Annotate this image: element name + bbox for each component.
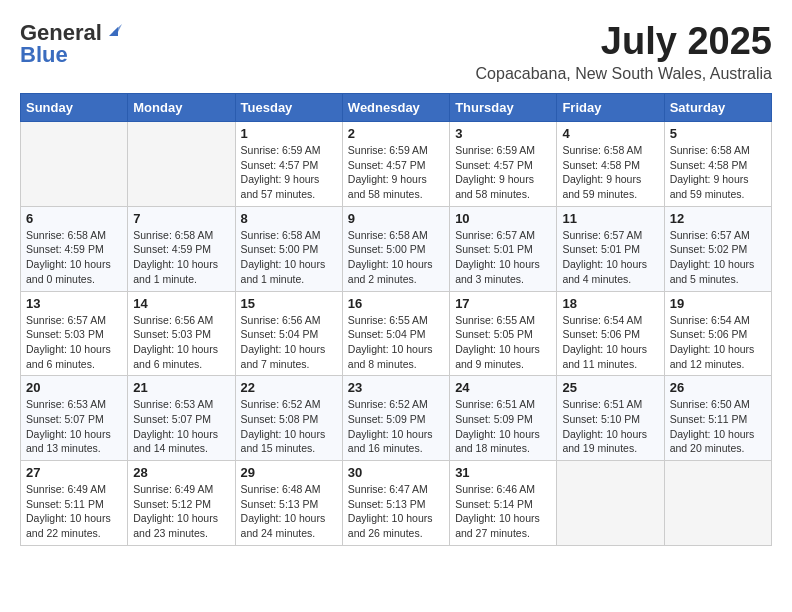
calendar-cell (128, 122, 235, 207)
day-number: 11 (562, 211, 658, 226)
day-info: Sunrise: 6:53 AM Sunset: 5:07 PM Dayligh… (26, 397, 122, 456)
day-info: Sunrise: 6:48 AM Sunset: 5:13 PM Dayligh… (241, 482, 337, 541)
calendar-cell: 12Sunrise: 6:57 AM Sunset: 5:02 PM Dayli… (664, 206, 771, 291)
day-number: 4 (562, 126, 658, 141)
day-info: Sunrise: 6:55 AM Sunset: 5:04 PM Dayligh… (348, 313, 444, 372)
day-number: 14 (133, 296, 229, 311)
calendar-cell: 3Sunrise: 6:59 AM Sunset: 4:57 PM Daylig… (450, 122, 557, 207)
day-number: 8 (241, 211, 337, 226)
day-info: Sunrise: 6:54 AM Sunset: 5:06 PM Dayligh… (670, 313, 766, 372)
calendar-cell: 1Sunrise: 6:59 AM Sunset: 4:57 PM Daylig… (235, 122, 342, 207)
day-number: 31 (455, 465, 551, 480)
day-number: 3 (455, 126, 551, 141)
day-number: 27 (26, 465, 122, 480)
day-number: 1 (241, 126, 337, 141)
day-info: Sunrise: 6:54 AM Sunset: 5:06 PM Dayligh… (562, 313, 658, 372)
calendar-cell: 2Sunrise: 6:59 AM Sunset: 4:57 PM Daylig… (342, 122, 449, 207)
day-info: Sunrise: 6:52 AM Sunset: 5:09 PM Dayligh… (348, 397, 444, 456)
day-info: Sunrise: 6:49 AM Sunset: 5:11 PM Dayligh… (26, 482, 122, 541)
day-info: Sunrise: 6:56 AM Sunset: 5:03 PM Dayligh… (133, 313, 229, 372)
day-number: 7 (133, 211, 229, 226)
calendar-day-header: Sunday (21, 94, 128, 122)
day-info: Sunrise: 6:51 AM Sunset: 5:10 PM Dayligh… (562, 397, 658, 456)
day-info: Sunrise: 6:46 AM Sunset: 5:14 PM Dayligh… (455, 482, 551, 541)
calendar-cell: 23Sunrise: 6:52 AM Sunset: 5:09 PM Dayli… (342, 376, 449, 461)
calendar-cell: 13Sunrise: 6:57 AM Sunset: 5:03 PM Dayli… (21, 291, 128, 376)
calendar-cell: 22Sunrise: 6:52 AM Sunset: 5:08 PM Dayli… (235, 376, 342, 461)
day-number: 20 (26, 380, 122, 395)
day-info: Sunrise: 6:53 AM Sunset: 5:07 PM Dayligh… (133, 397, 229, 456)
day-number: 30 (348, 465, 444, 480)
calendar-cell: 14Sunrise: 6:56 AM Sunset: 5:03 PM Dayli… (128, 291, 235, 376)
day-number: 16 (348, 296, 444, 311)
calendar-cell: 18Sunrise: 6:54 AM Sunset: 5:06 PM Dayli… (557, 291, 664, 376)
calendar-day-header: Tuesday (235, 94, 342, 122)
calendar-cell: 26Sunrise: 6:50 AM Sunset: 5:11 PM Dayli… (664, 376, 771, 461)
day-number: 5 (670, 126, 766, 141)
calendar-cell: 25Sunrise: 6:51 AM Sunset: 5:10 PM Dayli… (557, 376, 664, 461)
day-info: Sunrise: 6:59 AM Sunset: 4:57 PM Dayligh… (348, 143, 444, 202)
calendar-cell: 6Sunrise: 6:58 AM Sunset: 4:59 PM Daylig… (21, 206, 128, 291)
calendar-day-header: Friday (557, 94, 664, 122)
calendar-cell: 28Sunrise: 6:49 AM Sunset: 5:12 PM Dayli… (128, 461, 235, 546)
day-info: Sunrise: 6:57 AM Sunset: 5:03 PM Dayligh… (26, 313, 122, 372)
page-header: General Blue July 2025 Copacabana, New S… (20, 20, 772, 83)
day-number: 26 (670, 380, 766, 395)
calendar-cell: 19Sunrise: 6:54 AM Sunset: 5:06 PM Dayli… (664, 291, 771, 376)
day-number: 15 (241, 296, 337, 311)
calendar-cell: 9Sunrise: 6:58 AM Sunset: 5:00 PM Daylig… (342, 206, 449, 291)
day-number: 12 (670, 211, 766, 226)
calendar-cell: 7Sunrise: 6:58 AM Sunset: 4:59 PM Daylig… (128, 206, 235, 291)
calendar-cell: 10Sunrise: 6:57 AM Sunset: 5:01 PM Dayli… (450, 206, 557, 291)
location-subtitle: Copacabana, New South Wales, Australia (476, 65, 772, 83)
title-section: July 2025 Copacabana, New South Wales, A… (476, 20, 772, 83)
calendar-cell: 29Sunrise: 6:48 AM Sunset: 5:13 PM Dayli… (235, 461, 342, 546)
day-number: 2 (348, 126, 444, 141)
day-number: 24 (455, 380, 551, 395)
calendar-cell: 27Sunrise: 6:49 AM Sunset: 5:11 PM Dayli… (21, 461, 128, 546)
calendar-day-header: Saturday (664, 94, 771, 122)
day-info: Sunrise: 6:58 AM Sunset: 4:58 PM Dayligh… (670, 143, 766, 202)
day-info: Sunrise: 6:58 AM Sunset: 5:00 PM Dayligh… (241, 228, 337, 287)
calendar-cell: 8Sunrise: 6:58 AM Sunset: 5:00 PM Daylig… (235, 206, 342, 291)
calendar-cell (664, 461, 771, 546)
day-number: 25 (562, 380, 658, 395)
calendar-header: SundayMondayTuesdayWednesdayThursdayFrid… (21, 94, 772, 122)
day-info: Sunrise: 6:49 AM Sunset: 5:12 PM Dayligh… (133, 482, 229, 541)
day-number: 23 (348, 380, 444, 395)
month-year-title: July 2025 (476, 20, 772, 63)
day-info: Sunrise: 6:59 AM Sunset: 4:57 PM Dayligh… (455, 143, 551, 202)
day-info: Sunrise: 6:58 AM Sunset: 4:59 PM Dayligh… (133, 228, 229, 287)
calendar-cell: 16Sunrise: 6:55 AM Sunset: 5:04 PM Dayli… (342, 291, 449, 376)
day-info: Sunrise: 6:57 AM Sunset: 5:01 PM Dayligh… (455, 228, 551, 287)
day-number: 19 (670, 296, 766, 311)
calendar-cell: 4Sunrise: 6:58 AM Sunset: 4:58 PM Daylig… (557, 122, 664, 207)
day-info: Sunrise: 6:58 AM Sunset: 5:00 PM Dayligh… (348, 228, 444, 287)
day-info: Sunrise: 6:58 AM Sunset: 4:58 PM Dayligh… (562, 143, 658, 202)
day-number: 13 (26, 296, 122, 311)
day-number: 10 (455, 211, 551, 226)
day-number: 21 (133, 380, 229, 395)
day-info: Sunrise: 6:51 AM Sunset: 5:09 PM Dayligh… (455, 397, 551, 456)
day-info: Sunrise: 6:57 AM Sunset: 5:02 PM Dayligh… (670, 228, 766, 287)
day-number: 28 (133, 465, 229, 480)
calendar-cell: 15Sunrise: 6:56 AM Sunset: 5:04 PM Dayli… (235, 291, 342, 376)
day-number: 18 (562, 296, 658, 311)
calendar-day-header: Wednesday (342, 94, 449, 122)
day-number: 22 (241, 380, 337, 395)
day-number: 17 (455, 296, 551, 311)
day-number: 29 (241, 465, 337, 480)
calendar-cell (21, 122, 128, 207)
calendar-cell: 20Sunrise: 6:53 AM Sunset: 5:07 PM Dayli… (21, 376, 128, 461)
calendar-cell: 17Sunrise: 6:55 AM Sunset: 5:05 PM Dayli… (450, 291, 557, 376)
day-info: Sunrise: 6:59 AM Sunset: 4:57 PM Dayligh… (241, 143, 337, 202)
calendar-cell: 11Sunrise: 6:57 AM Sunset: 5:01 PM Dayli… (557, 206, 664, 291)
day-info: Sunrise: 6:56 AM Sunset: 5:04 PM Dayligh… (241, 313, 337, 372)
calendar-cell: 21Sunrise: 6:53 AM Sunset: 5:07 PM Dayli… (128, 376, 235, 461)
calendar-cell (557, 461, 664, 546)
calendar-cell: 5Sunrise: 6:58 AM Sunset: 4:58 PM Daylig… (664, 122, 771, 207)
day-info: Sunrise: 6:52 AM Sunset: 5:08 PM Dayligh… (241, 397, 337, 456)
calendar-table: SundayMondayTuesdayWednesdayThursdayFrid… (20, 93, 772, 546)
calendar-cell: 31Sunrise: 6:46 AM Sunset: 5:14 PM Dayli… (450, 461, 557, 546)
logo-bird-icon (104, 22, 122, 40)
